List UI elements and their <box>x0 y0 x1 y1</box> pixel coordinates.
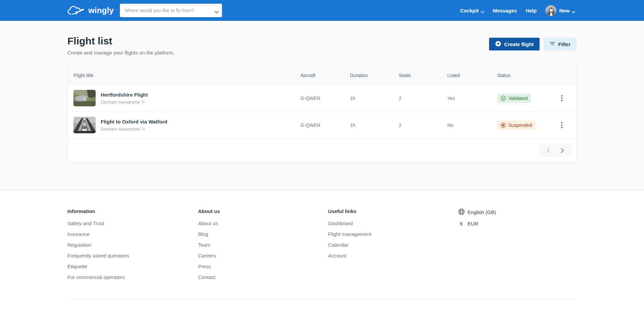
flight-thumbnail <box>73 90 96 106</box>
table-row[interactable]: Flight to Oxford via Watford Denham Aero… <box>68 112 576 139</box>
footer-link[interactable]: Regulation <box>67 240 198 250</box>
seats-value: 2 <box>399 123 447 128</box>
footer-divider <box>67 299 577 299</box>
top-navbar: wingly Cockpit Messages Help <box>0 0 644 21</box>
duration-value: 1h <box>350 96 399 101</box>
nav-help[interactable]: Help <box>526 8 537 13</box>
navbar-menu: Cockpit Messages Help <box>460 5 575 16</box>
brand-name: wingly <box>88 6 114 15</box>
footer-link[interactable]: Contact <box>198 272 328 283</box>
cloud-plane-icon <box>67 5 85 16</box>
footer-link[interactable]: Account <box>328 250 458 261</box>
create-flight-button[interactable]: Create flight <box>489 38 540 50</box>
footer-link[interactable]: Team <box>198 240 328 250</box>
round-trip-icon: ↻ <box>141 100 145 104</box>
nav-messages[interactable]: Messages <box>493 8 517 13</box>
footer-link[interactable]: Dashboard <box>328 218 458 229</box>
nav-cockpit-label: Cockpit <box>460 8 479 13</box>
footer-link[interactable]: Blog <box>198 229 328 240</box>
footer-link[interactable]: Flight management <box>328 229 458 240</box>
filter-button[interactable]: Filter <box>544 38 577 50</box>
search-box[interactable] <box>120 4 222 17</box>
row-actions-menu-button[interactable] <box>556 93 568 104</box>
table-pagination <box>68 139 576 162</box>
flight-location: Denham Aerodrome ↻ <box>101 100 148 105</box>
user-chevron-down-icon <box>572 9 575 12</box>
page-actions: Create flight Filter <box>489 38 577 50</box>
search-chevron-down-icon[interactable] <box>215 9 218 12</box>
language-selector[interactable]: English (GB) <box>458 208 577 216</box>
flight-table: Flight title Aircraft Duration Seats Lis… <box>67 66 577 163</box>
table-row[interactable]: Hertfordshire Flight Denham Aerodrome ↻ … <box>68 85 576 112</box>
create-flight-label: Create flight <box>504 41 534 47</box>
page-footer: Information Safety and Trust Insurance R… <box>0 190 644 313</box>
footer-link[interactable]: Careers <box>198 250 328 261</box>
footer-heading: Information <box>67 208 198 214</box>
col-listed: Listed <box>447 73 497 78</box>
col-status: Status <box>497 73 547 78</box>
row-actions-menu-button[interactable] <box>556 119 568 131</box>
footer-column-about: About us About us Blog Team Careers Pres… <box>198 208 328 283</box>
currency-label: EUR <box>468 221 478 227</box>
status-badge-validated: Validated <box>497 94 531 103</box>
language-label: English (GB) <box>468 209 496 215</box>
col-aircraft: Aircraft <box>300 73 350 78</box>
flight-title: Flight to Oxford via Watford <box>101 119 167 125</box>
page-subtitle: Create and manage your flights on the pl… <box>67 50 174 56</box>
listed-value: No <box>447 123 497 128</box>
flight-location-label: Denham Aerodrome <box>101 100 140 105</box>
status-label: Suspended <box>508 123 532 128</box>
page-header: Flight list Create and manage your fligh… <box>67 35 174 56</box>
footer-column-information: Information Safety and Trust Insurance R… <box>67 208 198 283</box>
flight-title: Hertfordshire Flight <box>101 92 148 98</box>
nav-messages-label: Messages <box>493 8 517 13</box>
footer-link[interactable]: Insurance <box>67 229 198 240</box>
filter-icon <box>550 41 555 47</box>
aircraft-value: G-QWER <box>300 96 350 101</box>
filter-label: Filter <box>558 41 571 47</box>
col-duration: Duration <box>350 73 399 78</box>
col-flight-title: Flight title <box>68 73 300 78</box>
wingly-logo[interactable]: wingly <box>67 5 114 16</box>
footer-link[interactable]: Press <box>198 261 328 272</box>
plus-circle-icon <box>495 41 501 48</box>
check-circle-icon <box>501 96 506 101</box>
user-menu[interactable]: New <box>545 5 575 16</box>
footer-link[interactable]: Etiquette <box>67 261 198 272</box>
duration-value: 1h <box>350 123 399 128</box>
footer-preferences: English (GB) € EUR <box>458 208 577 283</box>
status-badge-suspended: Suspended <box>497 120 536 130</box>
record-circle-icon <box>501 123 506 128</box>
footer-heading: Useful links <box>328 208 458 214</box>
flight-thumbnail <box>73 117 96 133</box>
nav-help-label: Help <box>526 8 537 13</box>
round-trip-icon: ↻ <box>141 127 145 131</box>
euro-icon: € <box>458 221 465 227</box>
avatar <box>545 5 556 16</box>
footer-link[interactable]: Calendar <box>328 240 458 250</box>
footer-link[interactable]: Frequently asked questions <box>67 250 198 261</box>
main-content: Flight list Create and manage your fligh… <box>0 21 644 190</box>
footer-link[interactable]: For commercial operators <box>67 272 198 283</box>
aircraft-value: G-QWER <box>300 123 350 128</box>
previous-page-button[interactable] <box>541 145 555 156</box>
pager <box>539 144 572 157</box>
flight-location: Denham Aerodrome ↻ <box>101 127 167 132</box>
user-name-label: New <box>559 8 570 13</box>
footer-link[interactable]: About us <box>198 218 328 229</box>
listed-value: Yes <box>447 96 497 101</box>
col-seats: Seats <box>399 73 447 78</box>
user-name: New <box>559 8 575 13</box>
currency-selector[interactable]: € EUR <box>458 221 577 227</box>
globe-icon <box>458 208 465 216</box>
table-header-row: Flight title Aircraft Duration Seats Lis… <box>68 66 576 85</box>
search-input[interactable] <box>125 8 212 13</box>
chevron-down-icon <box>481 9 484 12</box>
footer-heading: About us <box>198 208 328 214</box>
flight-location-label: Denham Aerodrome <box>101 127 140 132</box>
footer-link[interactable]: Safety and Trust <box>67 218 198 229</box>
nav-cockpit[interactable]: Cockpit <box>460 8 484 13</box>
next-page-button[interactable] <box>555 145 570 156</box>
status-label: Validated <box>508 96 527 101</box>
seats-value: 2 <box>399 96 447 101</box>
